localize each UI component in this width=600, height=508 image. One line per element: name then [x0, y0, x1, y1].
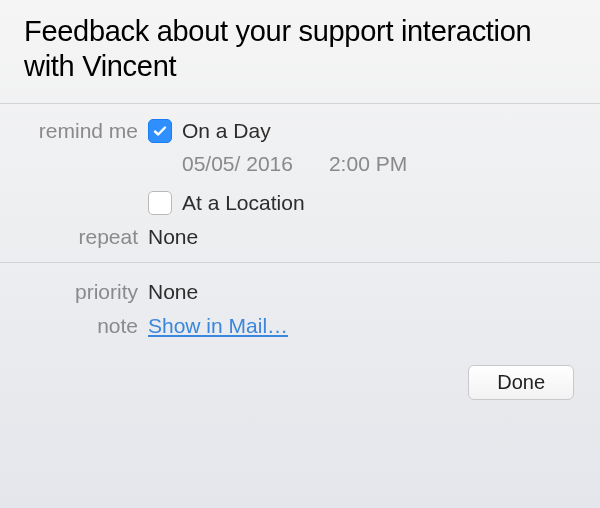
reminder-date: 05/05/ 2016: [182, 152, 293, 176]
reminder-datetime[interactable]: 05/05/ 2016 2:00 PM: [0, 148, 600, 180]
priority-label: priority: [0, 280, 148, 304]
priority-value[interactable]: None: [148, 280, 198, 304]
on-a-day-label: On a Day: [182, 119, 271, 143]
at-a-location-label: At a Location: [182, 191, 305, 215]
repeat-label: repeat: [0, 225, 148, 249]
checkmark-icon: [152, 123, 168, 139]
reminder-time: 2:00 PM: [329, 152, 407, 176]
done-button[interactable]: Done: [468, 365, 574, 400]
repeat-value[interactable]: None: [148, 225, 198, 249]
show-in-mail-link[interactable]: Show in Mail…: [148, 314, 288, 338]
note-label: note: [0, 314, 148, 338]
on-a-day-checkbox[interactable]: [148, 119, 172, 143]
page-title: Feedback about your support interaction …: [0, 0, 600, 103]
remind-me-label: remind me: [0, 119, 148, 143]
at-a-location-checkbox[interactable]: [148, 191, 172, 215]
